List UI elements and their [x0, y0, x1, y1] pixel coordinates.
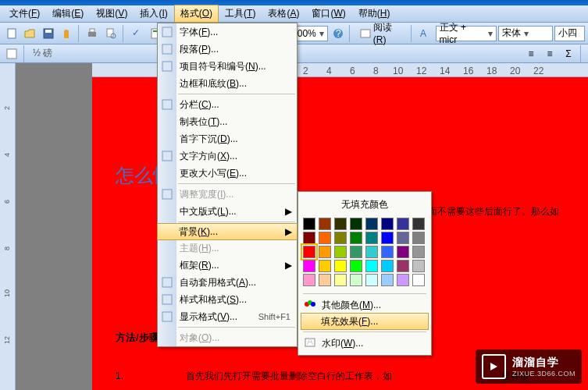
- no-fill-option[interactable]: 无填充颜色: [301, 195, 428, 216]
- color-swatch[interactable]: [381, 260, 394, 272]
- menu-help[interactable]: 帮助(H): [352, 5, 397, 23]
- color-swatch[interactable]: [412, 246, 425, 258]
- open-button[interactable]: [21, 25, 37, 42]
- font-icon: [160, 25, 174, 39]
- menu-item-框架[interactable]: 框架(R)...▶: [158, 257, 297, 274]
- color-swatch[interactable]: [334, 232, 347, 244]
- help-button[interactable]: ?: [330, 25, 346, 42]
- color-swatch[interactable]: [334, 218, 347, 230]
- color-swatch[interactable]: [381, 232, 394, 244]
- save-button[interactable]: [40, 25, 56, 42]
- color-swatch[interactable]: [334, 260, 347, 272]
- color-swatch[interactable]: [303, 246, 315, 258]
- color-swatch[interactable]: [319, 274, 331, 286]
- watermark-item[interactable]: A 水印(W)...: [301, 335, 428, 352]
- print-preview-button[interactable]: [102, 25, 119, 42]
- align-left-button[interactable]: ≡: [522, 45, 540, 62]
- color-swatch[interactable]: [365, 232, 378, 244]
- menu-edit[interactable]: 编辑(E): [46, 5, 90, 23]
- new-doc-button[interactable]: [3, 25, 20, 42]
- color-swatch[interactable]: [381, 218, 394, 230]
- menu-item-对象: 对象(O)...: [158, 329, 297, 346]
- menu-item-reveal-format-icon[interactable]: 显示格式(V)...Shift+F1: [158, 308, 297, 325]
- navigation-panel: [16, 63, 92, 390]
- color-swatch[interactable]: [334, 246, 347, 258]
- play-icon: [482, 354, 506, 379]
- menu-item-背景[interactable]: 背景(K)...▶: [157, 223, 298, 240]
- color-swatch[interactable]: [303, 232, 315, 244]
- font-combo[interactable]: 宋体▾: [498, 26, 553, 41]
- menu-item-制表位[interactable]: 制表位(T)...: [158, 113, 297, 130]
- menu-item-columns-icon[interactable]: 分栏(C)...: [158, 96, 297, 113]
- color-swatch[interactable]: [412, 260, 425, 272]
- menu-item-边框和底纹[interactable]: 边框和底纹(B)...: [158, 75, 297, 92]
- color-swatch[interactable]: [397, 232, 409, 244]
- svg-rect-22: [162, 190, 172, 199]
- fit-width-icon: [160, 187, 174, 201]
- menu-item-text-direction-icon[interactable]: 文字方向(X)...: [158, 147, 297, 165]
- menu-item-首字下沉[interactable]: 首字下沉(D)...: [158, 130, 297, 147]
- menu-item-中文版式[interactable]: 中文版式(L)...▶: [158, 203, 297, 220]
- read-mode-button[interactable]: 阅读(R): [355, 25, 408, 42]
- color-swatch[interactable]: [319, 260, 331, 272]
- color-swatch[interactable]: [365, 260, 378, 272]
- color-swatch[interactable]: [412, 274, 425, 286]
- fill-effects-item[interactable]: 填充效果(F)...: [301, 313, 429, 330]
- menu-tools[interactable]: 工具(T): [219, 5, 262, 23]
- color-swatch[interactable]: [365, 246, 378, 258]
- color-swatch[interactable]: [334, 274, 347, 286]
- color-swatch[interactable]: [381, 246, 394, 258]
- color-swatch[interactable]: [350, 218, 362, 230]
- menu-item-font-icon[interactable]: 字体(F)...: [158, 23, 297, 41]
- color-swatch[interactable]: [303, 260, 315, 272]
- more-colors-item[interactable]: 其他颜色(M)...: [301, 296, 428, 314]
- menu-item-paragraph-icon[interactable]: 段落(P)...: [158, 41, 297, 58]
- color-swatch[interactable]: [365, 274, 378, 286]
- color-palette: [301, 216, 428, 291]
- menu-item-bullets-icon[interactable]: 项目符号和编号(N)...: [158, 58, 297, 75]
- menu-format[interactable]: 格式(O): [174, 5, 219, 23]
- vertical-ruler[interactable]: 2 4 6 8 10 12: [0, 63, 16, 390]
- color-swatch[interactable]: [397, 274, 409, 286]
- menu-insert[interactable]: 插入(I): [134, 5, 173, 23]
- styles-pane-button[interactable]: A: [417, 25, 433, 42]
- svg-rect-24: [162, 295, 172, 304]
- style-combo[interactable]: 正文 + micr▾: [436, 26, 497, 41]
- color-swatch[interactable]: [381, 274, 394, 286]
- color-swatch[interactable]: [412, 232, 425, 244]
- font-size-combo[interactable]: 小四: [554, 26, 585, 41]
- menu-item-更改大小写[interactable]: 更改大小写(E)...: [158, 165, 297, 182]
- color-swatch[interactable]: [319, 218, 331, 230]
- print-button[interactable]: [84, 25, 101, 42]
- menu-table[interactable]: 表格(A): [262, 5, 305, 23]
- color-swatch[interactable]: [350, 260, 362, 272]
- menu-item-styles-icon[interactable]: 样式和格式(S)...: [158, 291, 297, 308]
- svg-rect-21: [162, 151, 172, 161]
- svg-text:A: A: [420, 28, 426, 39]
- menu-window[interactable]: 窗口(W): [305, 5, 351, 23]
- line-weight-label: ½ 磅: [33, 47, 52, 60]
- color-swatch[interactable]: [412, 218, 425, 230]
- color-swatch[interactable]: [365, 218, 378, 230]
- color-swatch[interactable]: [350, 274, 362, 286]
- autosum-button[interactable]: Σ: [560, 45, 577, 62]
- color-swatch[interactable]: [350, 246, 362, 258]
- align-center-button[interactable]: ≡: [541, 45, 558, 62]
- color-swatch[interactable]: [397, 260, 409, 272]
- svg-rect-14: [361, 30, 370, 37]
- color-swatch[interactable]: [303, 218, 315, 230]
- svg-rect-16: [7, 49, 16, 58]
- outline-view-button[interactable]: [3, 45, 20, 62]
- color-swatch[interactable]: [319, 232, 331, 244]
- color-swatch[interactable]: [397, 246, 409, 258]
- menu-view[interactable]: 视图(V): [90, 5, 134, 23]
- color-swatch[interactable]: [350, 232, 362, 244]
- color-swatch[interactable]: [303, 274, 315, 286]
- color-swatch[interactable]: [319, 246, 331, 258]
- menu-file[interactable]: 文件(F): [3, 5, 46, 23]
- color-swatch[interactable]: [397, 218, 409, 230]
- permissions-button[interactable]: [58, 25, 74, 42]
- video-watermark: 溜溜自学 ZIXUE.3D66.COM: [476, 349, 582, 384]
- menu-item-autoformat-icon[interactable]: 自动套用格式(A)...: [158, 274, 297, 291]
- spelling-button[interactable]: ✓: [128, 25, 144, 42]
